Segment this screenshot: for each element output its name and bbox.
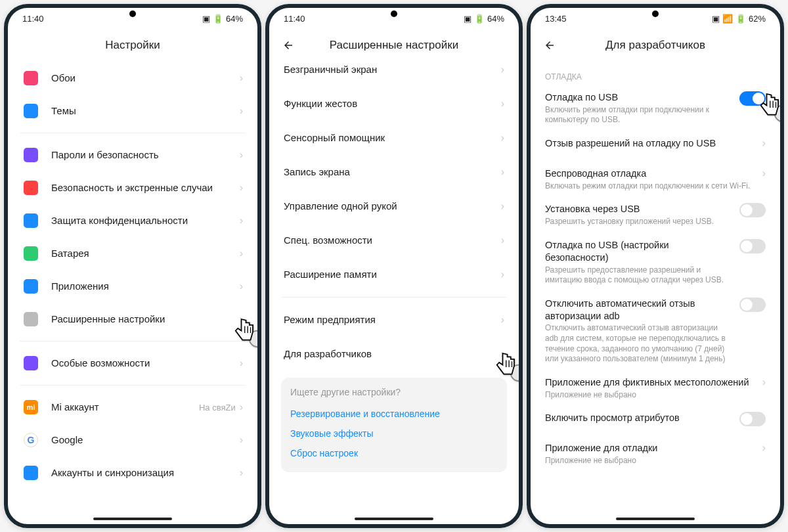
toggle[interactable] [739,91,766,106]
settings-row-fingerprint[interactable]: Пароли и безопасность› [20,139,246,171]
settings-row-advanced[interactable]: Расширенные настройки› [20,303,246,336]
adv-row[interactable]: Режим предприятия› [281,303,507,337]
dev-row[interactable]: Отключить автоматический отзыв авторизац… [542,292,768,370]
row-label: Функции жестов [284,97,501,110]
fingerprint-icon [22,146,39,164]
chevron-right-icon: › [240,357,243,369]
toggle[interactable] [739,239,766,254]
settings-row-google[interactable]: GGoogle› [20,424,246,456]
search-more-link[interactable]: Сброс настроек [290,443,498,463]
chevron-right-icon: › [762,376,766,388]
row-sublabel: Приложение не выбрано [545,456,756,466]
chevron-right-icon: › [501,234,504,246]
toggle[interactable] [739,412,766,426]
back-button[interactable] [541,37,558,54]
chevron-right-icon: › [240,434,243,446]
adv-row[interactable]: Запись экрана› [281,155,507,189]
settings-row-battery[interactable]: Батарея› [20,237,246,270]
settings-row-accessibility[interactable]: Особые возможности› [20,347,246,380]
search-more-link[interactable]: Звуковые эффекты [290,424,498,443]
adv-row[interactable]: Функции жестов› [281,87,507,121]
battery-box-icon: ▣ [464,14,471,24]
row-label: Приложения [51,280,240,293]
divider [20,133,246,133]
dev-row[interactable]: Включить просмотр атрибутов [542,406,768,436]
chevron-right-icon: › [501,98,504,110]
adv-row[interactable]: Безграничный экран› [281,53,507,87]
page-title: Для разработчиков [531,39,780,52]
adv-row[interactable]: Расширение памяти› [281,257,507,292]
row-label: Google [51,433,240,447]
row-label: Батарея [51,247,240,260]
settings-row-account[interactable]: Аккаунты и синхронизация› [20,456,246,489]
camera-notch [391,11,397,17]
status-right: ▣ 🔋 64% [464,14,504,24]
chevron-right-icon: › [762,167,766,179]
row-label: Безопасность и экстренные случаи [51,181,240,194]
chevron-right-icon: › [240,248,243,259]
row-label: Включить просмотр атрибутов [545,412,733,424]
phone-developer: 13:45 ▣ 📶 🔋 62% Для разработчиков ОТЛАДК… [527,4,784,528]
camera-notch [129,11,136,17]
row-label: Аккаунты и синхронизация [51,466,240,479]
row-label: Безграничный экран [284,63,501,76]
search-more-link[interactable]: Резервирование и восстановление [290,404,498,424]
dev-row[interactable]: Отладка по USB (настройки безопасности)Р… [542,233,768,292]
toggle[interactable] [739,298,766,312]
row-label: Запись экрана [284,166,501,179]
row-sublabel: Разрешить предоставление разрешений и им… [545,265,733,286]
page-title: Расширенные настройки [269,39,519,52]
header: Настройки [8,29,257,62]
home-indicator[interactable] [93,518,172,520]
chevron-right-icon: › [240,105,243,117]
battery-box-icon: ▣ [202,14,210,24]
chevron-right-icon: › [240,72,243,84]
chevron-right-icon: › [501,64,504,76]
divider [281,297,507,298]
dev-row[interactable]: Отзыв разрешений на отладку по USB› [542,131,768,162]
home-indicator[interactable] [616,518,695,520]
row-label: Обои [51,72,240,85]
account-icon [22,464,39,481]
battery-icon [22,245,39,262]
row-label: Приложение для фиктивных местоположений [545,376,756,389]
row-label: Сенсорный помощник [284,131,501,144]
dev-row[interactable]: Установка через USBРазрешить установку п… [542,197,768,233]
settings-row-sos[interactable]: Безопасность и экстренные случаи› [20,171,246,204]
toggle[interactable] [739,203,766,217]
settings-row-shield[interactable]: Защита конфиденциальности› [20,204,246,237]
chevron-right-icon: › [501,200,504,212]
google-icon: G [22,432,39,449]
settings-row-theme[interactable]: Темы› [20,95,246,127]
search-more-title: Ищете другие настройки? [290,387,498,397]
chevron-right-icon: › [762,442,766,454]
adv-row[interactable]: Сенсорный помощник› [281,121,507,155]
dev-row[interactable]: Беспроводная отладкаВключать режим отлад… [542,162,768,197]
row-sublabel: Включать режим отладки при подключении к… [545,181,756,192]
battery-pct: 64% [226,14,243,24]
section-header-debug: ОТЛАДКА [542,62,768,85]
settings-row-wallpaper[interactable]: Обои› [20,62,246,95]
chevron-right-icon: › [501,314,504,326]
row-label: Пароли и безопасность [51,148,240,162]
row-label: Защита конфиденциальности [51,214,240,227]
battery-box-icon: ▣ [712,14,720,24]
settings-row-apps[interactable]: Приложения› [20,270,246,303]
dev-row[interactable]: Приложение для отладкиПриложение не выбр… [542,436,768,472]
row-sublabel: Отключить автоматический отзыв авторизац… [545,323,733,364]
settings-row-mi[interactable]: miMi аккаунтНа свяZи› [20,391,246,424]
row-label: Режим предприятия [284,313,501,326]
back-button[interactable] [280,37,297,54]
dev-row[interactable]: Отладка по USBВключить режим отладки при… [542,85,768,131]
phone-settings: 11:40 ▣ 🔋 64% Настройки Обои›Темы›Пароли… [4,4,261,528]
adv-row[interactable]: Для разработчиков› [281,337,507,371]
camera-notch [652,11,659,17]
status-time: 13:45 [545,14,567,24]
dev-row[interactable]: Приложение для фиктивных местоположенийП… [542,370,768,406]
home-indicator[interactable] [355,518,433,520]
advanced-list[interactable]: Безграничный экран›Функции жестов›Сенсор… [269,53,519,524]
developer-list[interactable]: ОТЛАДКАОтладка по USBВключить режим отла… [531,62,780,524]
adv-row[interactable]: Управление одной рукой› [281,189,507,223]
adv-row[interactable]: Спец. возможности› [281,223,507,257]
settings-list[interactable]: Обои›Темы›Пароли и безопасность›Безопасн… [8,62,257,524]
